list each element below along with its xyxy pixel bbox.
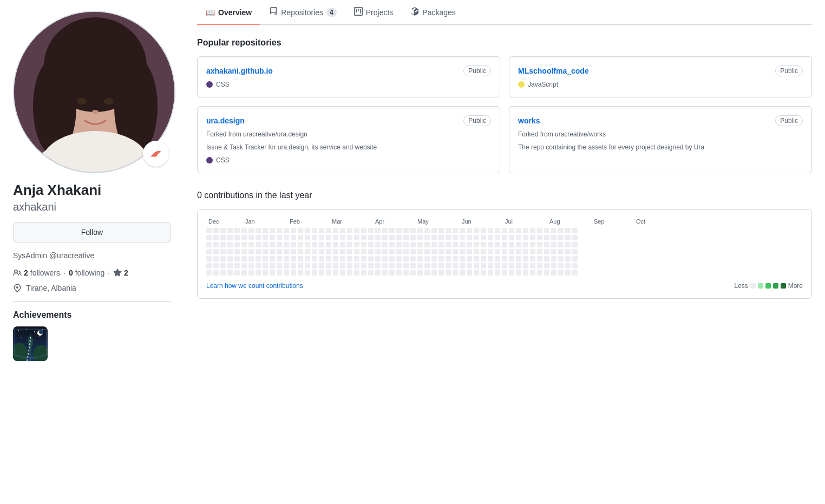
contrib-week-11 [284, 228, 289, 276]
contrib-week-49 [551, 228, 556, 276]
contrib-day [248, 270, 254, 276]
contrib-day [305, 256, 310, 261]
contrib-day [263, 263, 268, 269]
tab-repositories[interactable]: Repositories 4 [260, 1, 345, 25]
contrib-legend: Less More [734, 282, 803, 290]
contrib-day [460, 235, 465, 240]
contrib-week-6 [248, 228, 254, 276]
contrib-day [284, 235, 289, 240]
contrib-day [446, 242, 451, 247]
contrib-day [537, 228, 542, 233]
contrib-day [298, 249, 303, 254]
contrib-day [213, 270, 219, 276]
stars-count: 2 [124, 269, 128, 277]
lang-label-1: JavaScript [528, 81, 558, 88]
repo-name-3[interactable]: works [518, 116, 540, 125]
contrib-day [403, 263, 409, 269]
contrib-day [410, 249, 416, 254]
contrib-day [488, 242, 493, 247]
legend-box-2 [765, 283, 771, 289]
contrib-day [565, 263, 571, 269]
contrib-day [326, 228, 331, 233]
contrib-day [410, 256, 416, 261]
contrib-week-38 [474, 228, 479, 276]
contrib-day [241, 270, 247, 276]
contrib-day [354, 242, 359, 247]
contrib-day [417, 235, 423, 240]
contrib-day [551, 242, 556, 247]
repositories-badge: 4 [326, 8, 337, 17]
contrib-day [544, 242, 549, 247]
contrib-day [319, 228, 324, 233]
contrib-day [206, 228, 212, 233]
contrib-day [248, 228, 254, 233]
contrib-week-14 [305, 228, 310, 276]
contrib-day [424, 242, 430, 247]
contrib-day [537, 270, 542, 276]
contrib-day [446, 263, 451, 269]
contrib-day [502, 256, 507, 261]
contrib-day [516, 235, 521, 240]
contrib-day [319, 263, 324, 269]
repo-name-2[interactable]: ura.design [206, 116, 245, 125]
contrib-day [558, 270, 564, 276]
contrib-day [474, 270, 479, 276]
contrib-day [389, 263, 395, 269]
contributions-heading: 0 contributions in the last year [197, 191, 812, 200]
contrib-week-12 [291, 228, 296, 276]
contrib-day [460, 256, 465, 261]
contrib-day [220, 242, 226, 247]
contrib-day [347, 228, 352, 233]
contrib-day [291, 256, 296, 261]
contrib-learn-link[interactable]: Learn how we count contributions [206, 282, 303, 290]
contrib-day [502, 228, 507, 233]
contrib-day [220, 270, 226, 276]
month-may: May [417, 218, 462, 225]
contrib-day [227, 263, 233, 269]
tab-projects[interactable]: Projects [345, 1, 402, 25]
contrib-day [270, 256, 275, 261]
user-handle: axhakani [13, 201, 171, 213]
contrib-day [403, 270, 409, 276]
repo-lang-1: JavaScript [518, 81, 803, 88]
contrib-day [256, 235, 261, 240]
repo-visibility-3: Public [775, 115, 803, 126]
contrib-day [340, 242, 345, 247]
tab-overview[interactable]: 📖 Overview [197, 1, 260, 25]
contrib-day [368, 235, 374, 240]
tab-packages[interactable]: Packages [402, 1, 464, 25]
contrib-day [347, 263, 352, 269]
contrib-day [206, 249, 212, 254]
lang-label-0: CSS [216, 81, 230, 88]
repo-name-1[interactable]: MLschoolfma_code [518, 67, 589, 75]
contrib-day [544, 249, 549, 254]
month-feb: Feb [290, 218, 332, 225]
contrib-day [354, 235, 359, 240]
contrib-day [227, 270, 233, 276]
contrib-day [453, 256, 458, 261]
contrib-day [234, 228, 240, 233]
contrib-day [495, 235, 500, 240]
contrib-day [277, 263, 282, 269]
contrib-day [375, 256, 381, 261]
tab-repositories-label: Repositories [281, 8, 323, 17]
contrib-day [558, 242, 564, 247]
sidebar-divider [13, 301, 171, 302]
contrib-day [284, 263, 289, 269]
contrib-day [213, 249, 219, 254]
contrib-day [417, 228, 423, 233]
packages-icon [410, 7, 419, 17]
contrib-day [530, 228, 535, 233]
contrib-day [544, 228, 549, 233]
star-icon [113, 269, 122, 277]
repo-name-0[interactable]: axhakani.github.io [206, 67, 273, 75]
contrib-day [368, 249, 374, 254]
follow-button[interactable]: Follow [13, 222, 171, 243]
month-mar: Mar [332, 218, 375, 225]
projects-icon [354, 7, 363, 17]
contrib-day [558, 235, 564, 240]
contrib-day [312, 256, 317, 261]
contrib-day [558, 228, 564, 233]
contrib-day [453, 249, 458, 254]
contrib-day [481, 263, 486, 269]
